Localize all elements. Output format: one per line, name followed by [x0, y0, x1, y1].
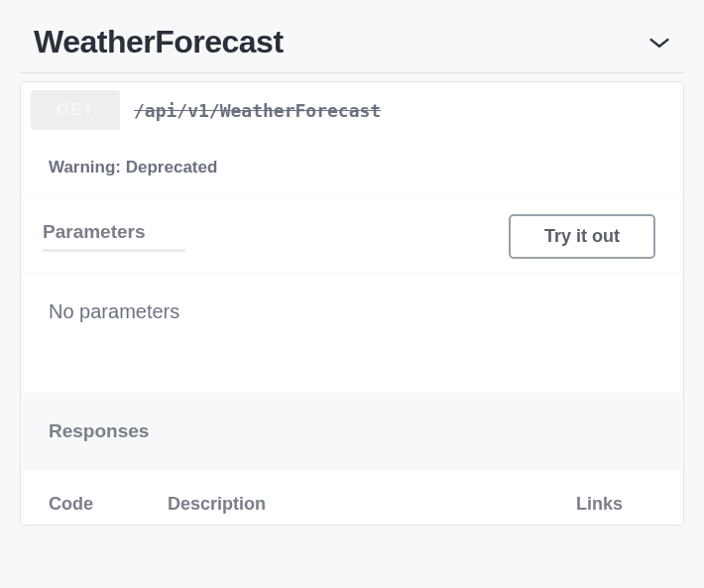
http-method-badge: GET	[31, 90, 120, 130]
responses-heading: Responses	[49, 420, 149, 441]
column-header-code: Code	[49, 494, 168, 515]
responses-table-header: Code Description Links	[21, 470, 683, 525]
endpoint-card: GET /api/v1/WeatherForecast Warning: Dep…	[20, 81, 684, 526]
try-it-out-button[interactable]: Try it out	[509, 214, 655, 259]
deprecated-warning: Warning: Deprecated	[21, 136, 683, 193]
responses-bar: Responses	[21, 393, 683, 470]
endpoint-summary[interactable]: GET /api/v1/WeatherForecast	[21, 82, 683, 136]
column-header-links: Links	[576, 494, 655, 515]
parameters-heading: Parameters	[43, 221, 146, 242]
chevron-down-icon	[648, 37, 670, 49]
section-title: WeatherForecast	[34, 24, 284, 60]
parameters-tab[interactable]: Parameters	[43, 221, 185, 252]
parameters-bar: Parameters Try it out	[21, 193, 683, 273]
no-parameters-text: No parameters	[21, 273, 683, 393]
section-header[interactable]: WeatherForecast	[20, 24, 684, 73]
deprecated-text: Warning: Deprecated	[49, 158, 217, 176]
endpoint-path: /api/v1/WeatherForecast	[134, 100, 381, 121]
column-header-description: Description	[168, 494, 576, 515]
